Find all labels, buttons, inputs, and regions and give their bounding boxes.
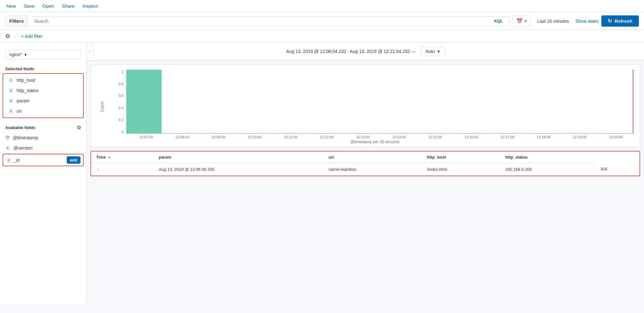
index-dropdown[interactable]: nginx* ▾ [5, 50, 81, 59]
y-label-06: 0.6 [119, 94, 123, 98]
chart-bar-1[interactable] [163, 133, 198, 134]
new-link[interactable]: New [6, 3, 16, 9]
cell-http-status: 304 [595, 163, 640, 176]
refresh-button[interactable]: ↻ Refresh [601, 15, 639, 27]
expand-row-button[interactable]: › [96, 166, 100, 172]
collapse-button[interactable]: ‹ [87, 45, 93, 58]
filter-bar: Filters KQL 📅 ▾ Last 15 minutes Show dat… [0, 12, 644, 30]
y-label-04: 0.4 [119, 106, 123, 110]
x-label-5: 12:12:00 [309, 135, 344, 139]
x-label-10: 12:17:00 [490, 135, 525, 139]
y-axis-label: Count [100, 102, 105, 112]
x-label-4: 12:11:00 [273, 135, 309, 139]
chart-bar-11[interactable] [526, 133, 561, 134]
field-item-http-status[interactable]: t http_status [3, 85, 83, 96]
field-type-t: t [5, 146, 10, 150]
cell-http-host: 192.168.0.200 [500, 163, 595, 176]
add-field-button[interactable]: add [67, 156, 80, 164]
col-header-param[interactable]: param [154, 152, 324, 163]
chart-bar-10[interactable] [489, 133, 524, 134]
available-fields-header: Available fields ⚙ [0, 122, 86, 133]
col-header-http-status[interactable]: http_status [500, 152, 595, 163]
chart-bar-4[interactable] [272, 133, 307, 134]
field-type-t: t [6, 158, 11, 162]
table-row[interactable]: ›Aug 13, 2019 @ 12:06:46.200name=bamboo/… [91, 163, 640, 176]
x-label-7: 12:14:00 [381, 135, 417, 139]
chart-y-axis: 1 0.8 0.6 0.4 0.2 0 [116, 70, 126, 134]
field-type-t: t [8, 99, 13, 103]
field-item-id-highlighted[interactable]: t _id add [3, 154, 84, 166]
x-label-9: 12:16:00 [454, 135, 489, 139]
add-filter-link[interactable]: + Add filter [21, 34, 43, 39]
gear-button[interactable]: ⚙ [5, 33, 10, 40]
show-dates-button[interactable]: Show dates [575, 19, 599, 24]
chart-bar-9[interactable] [453, 133, 488, 134]
field-item-uri[interactable]: t uri [3, 106, 83, 116]
time-range-bar: ‹ Aug 13, 2019 @ 12:06:04.232 - Aug 13, … [87, 43, 644, 60]
field-item-version[interactable]: t @version [0, 143, 86, 153]
separator: — [13, 34, 18, 39]
cell-param: name=bamboo [323, 163, 422, 176]
add-filter-row: ⚙ — + Add filter [0, 30, 644, 43]
auto-selector[interactable]: Auto ▾ [421, 47, 445, 56]
time-picker[interactable]: 📅 ▾ [512, 15, 531, 27]
field-name-timestamp: @timestamp [13, 135, 38, 140]
chart-bars [126, 70, 633, 134]
time-range-text: Last 15 minutes [533, 19, 573, 24]
save-link[interactable]: Save [24, 3, 35, 9]
available-fields-title: Available fields [5, 125, 35, 130]
chart-bar-8[interactable] [417, 133, 452, 134]
chart-bar-7[interactable] [380, 133, 416, 134]
field-name-param: param [17, 98, 30, 103]
field-type-t: t [8, 78, 13, 83]
index-name: nginx* [9, 52, 22, 57]
chevron-down-icon: ▾ [24, 52, 27, 57]
sort-icon: ▾ [108, 155, 110, 159]
chart-bar-5[interactable] [308, 133, 343, 134]
field-name-http-status: http_status [17, 88, 39, 93]
selected-fields-section: t http_host t http_status t param t uri [3, 73, 84, 118]
share-link[interactable]: Share [62, 3, 75, 9]
data-table: Time ▾ param uri http_host http_status ›… [91, 152, 640, 176]
sidebar: nginx* ▾ Selected fields t http_host t h… [0, 43, 87, 304]
kql-badge[interactable]: KQL [492, 19, 505, 23]
chart-bar-12[interactable] [562, 133, 597, 134]
chart-bar-0[interactable] [126, 70, 162, 134]
x-label-1: 12:08:00 [165, 135, 200, 139]
field-item-param[interactable]: t param [3, 96, 83, 106]
top-nav: New Save Open Share Inspect [0, 0, 644, 12]
refresh-label: Refresh [614, 18, 632, 24]
field-type-t: t [8, 88, 13, 93]
refresh-icon: ↻ [608, 18, 612, 24]
available-fields-gear-icon[interactable]: ⚙ [77, 125, 81, 131]
chart-wrapper: Count 1 0.8 0.6 0.4 0.2 0 12:07: [97, 70, 633, 144]
index-selector: nginx* ▾ [0, 48, 86, 64]
y-label-0: 0 [122, 130, 123, 134]
x-label-8: 12:15:00 [418, 135, 453, 139]
open-link[interactable]: Open [42, 3, 54, 9]
chart-bar-2[interactable] [199, 133, 234, 134]
inspect-link[interactable]: Inspect [82, 3, 98, 9]
field-item-http-host[interactable]: t http_host [3, 75, 83, 85]
chart-bar-13[interactable] [598, 133, 633, 134]
col-header-time[interactable]: Time ▾ [91, 152, 154, 163]
chart-bar-3[interactable] [235, 133, 270, 134]
clock-icon: ⏱ [5, 135, 10, 140]
x-label-0: 12:07:00 [129, 135, 164, 139]
col-header-uri[interactable]: uri [323, 152, 422, 163]
y-label-02: 0.2 [119, 118, 123, 122]
calendar-icon: 📅 [516, 18, 523, 24]
chart-bar-6[interactable] [344, 133, 379, 134]
field-item-timestamp[interactable]: ⏱ @timestamp [0, 133, 86, 143]
time-range-display: Aug 13, 2019 @ 12:06:04.232 - Aug 13, 20… [286, 49, 416, 54]
chart-container: Count 1 0.8 0.6 0.4 0.2 0 12:07: [90, 64, 640, 147]
auto-label: Auto [426, 49, 435, 54]
search-input[interactable] [34, 19, 492, 24]
x-label-6: 12:13:00 [345, 135, 381, 139]
chart-x-labels: 12:07:0012:08:0012:09:0012:10:0012:11:00… [116, 135, 633, 139]
chevron-down-icon: ▾ [525, 19, 527, 23]
col-header-http-host[interactable]: http_host [422, 152, 500, 163]
content-area: ‹ Aug 13, 2019 @ 12:06:04.232 - Aug 13, … [87, 43, 644, 304]
x-label-13: 12:20:00 [598, 135, 633, 139]
search-input-wrap: KQL [30, 16, 510, 26]
